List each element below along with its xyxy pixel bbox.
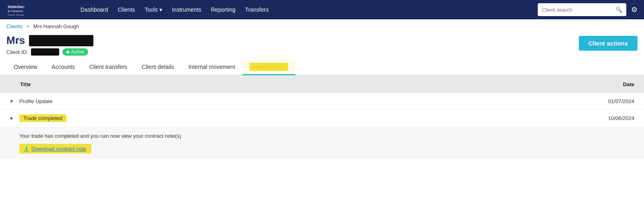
client-id-redacted [31, 48, 59, 56]
svg-text:& Partners: & Partners [8, 9, 23, 13]
tab-overview[interactable]: Overview [6, 60, 44, 75]
client-header: Mrs Client ID: Active Client actions [0, 32, 644, 60]
col-date-header: Date [405, 75, 644, 93]
breadcrumb-separator: > [26, 23, 29, 29]
client-id-row: Client ID: Active [6, 48, 93, 56]
logo-area: Söderberg & Partners Wealth Management [6, 2, 71, 17]
notifications-label: Notifications [250, 63, 288, 71]
tab-accounts[interactable]: Accounts [44, 60, 82, 75]
expanded-content-row: Your trade has completed and you can now… [0, 127, 644, 159]
status-badge: Active [62, 48, 88, 56]
client-name-redacted [29, 35, 93, 46]
breadcrumb-current: Mrs Hannah Gough [33, 23, 79, 29]
search-icon: 🔍 [615, 6, 622, 13]
download-label: Download contract note [31, 146, 87, 152]
nav-reporting[interactable]: Reporting [211, 6, 235, 13]
row-title-cell: ▾ Trade completed [0, 110, 405, 127]
svg-text:Wealth Management: Wealth Management [8, 14, 24, 16]
status-text: Active [71, 49, 84, 55]
svg-text:Söderberg: Söderberg [8, 5, 24, 9]
row-title-cell: ▾ Profile Update [0, 93, 405, 110]
company-logo: Söderberg & Partners Wealth Management [6, 2, 24, 17]
chevron-up-icon[interactable]: ▾ [8, 115, 14, 122]
notifications-content: Title Date ▾ Profile Update 01/07/2024 [0, 75, 644, 159]
expanded-message: Your trade has completed and you can now… [19, 133, 636, 139]
navbar: Söderberg & Partners Wealth Management D… [0, 0, 644, 19]
client-actions-button[interactable]: Client actions [579, 36, 638, 51]
nav-links: Dashboard Clients Tools ▾ Instruments Re… [80, 6, 528, 13]
status-dot-icon [66, 51, 69, 54]
tab-client-details[interactable]: Client details [134, 60, 181, 75]
row-date: 10/06/2024 [405, 110, 644, 127]
table-row: ▾ Profile Update 01/07/2024 [0, 93, 644, 110]
client-id-label: Client ID: [6, 49, 28, 55]
tabs-bar: Overview Accounts Client transfers Clien… [0, 60, 644, 75]
chevron-down-icon[interactable]: ▾ [8, 98, 14, 104]
chevron-down-icon: ▾ [159, 6, 162, 13]
breadcrumb-clients-link[interactable]: Clients [6, 23, 23, 29]
row-toggle: ▾ Trade completed [8, 114, 397, 122]
row-title: Profile Update [19, 98, 52, 104]
nav-dashboard[interactable]: Dashboard [80, 6, 108, 13]
expanded-content: Your trade has completed and you can now… [19, 133, 636, 153]
tab-client-transfers[interactable]: Client transfers [82, 60, 134, 75]
row-title-highlighted: Trade completed [19, 114, 66, 122]
row-toggle: ▾ Profile Update [8, 98, 397, 104]
tab-notifications[interactable]: Notifications [242, 60, 295, 75]
client-name: Mrs [6, 34, 93, 47]
client-prefix: Mrs [6, 34, 25, 47]
nav-tools[interactable]: Tools ▾ [144, 6, 162, 13]
client-search-input[interactable] [542, 7, 613, 13]
nav-right: 🔍 ⚙ [538, 3, 638, 16]
download-contract-note-link[interactable]: ⬇ Download contract note [19, 144, 91, 153]
notifications-table: Title Date ▾ Profile Update 01/07/2024 [0, 75, 644, 159]
nav-clients[interactable]: Clients [118, 6, 135, 13]
expanded-cell: Your trade has completed and you can now… [0, 127, 644, 159]
col-title-header: Title [0, 75, 405, 93]
client-name-area: Mrs Client ID: Active [6, 34, 93, 56]
gear-icon[interactable]: ⚙ [631, 5, 638, 14]
download-icon: ⬇ [24, 145, 29, 152]
table-row: ▾ Trade completed 10/06/2024 [0, 110, 644, 127]
nav-transfers[interactable]: Transfers [245, 6, 269, 13]
client-search-box[interactable]: 🔍 [538, 3, 626, 16]
row-date: 01/07/2024 [405, 93, 644, 110]
nav-instruments[interactable]: Instruments [172, 6, 201, 13]
table-header: Title Date [0, 75, 644, 93]
tab-internal-movement[interactable]: Internal movement [181, 60, 242, 75]
breadcrumb: Clients > Mrs Hannah Gough [0, 19, 644, 32]
